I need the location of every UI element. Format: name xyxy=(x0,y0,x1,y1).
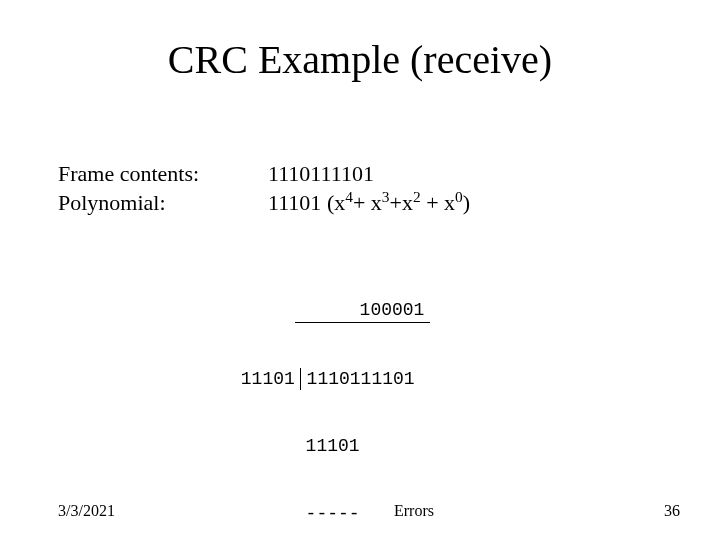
polynomial-exp-3: 3 xyxy=(382,187,390,204)
polynomial-expr-open: (x xyxy=(321,190,345,215)
division-dividend: 1110111101 xyxy=(301,368,414,391)
polynomial-exp-2: 2 xyxy=(413,187,421,204)
polynomial-seg-1: + x xyxy=(353,190,382,215)
frame-contents-label: Frame contents: xyxy=(58,160,268,189)
footer-page-number: 36 xyxy=(620,502,680,520)
division-line: 111011110111101 xyxy=(230,368,430,391)
polynomial-expr-close: ) xyxy=(463,190,470,215)
division-divisor: 11101 xyxy=(230,368,301,391)
labels-column: Frame contents: Polynomial: xyxy=(58,160,268,217)
polynomial-exp-4: 4 xyxy=(345,187,353,204)
footer: 3/3/2021 Errors 36 xyxy=(58,502,680,520)
polynomial-seg-3: + x xyxy=(421,190,455,215)
frame-contents-value: 1110111101 xyxy=(268,160,662,189)
long-division: 100001 111011110111101 11101 ----- 11101… xyxy=(230,254,430,540)
polynomial-seg-2: +x xyxy=(390,190,413,215)
body-content: Frame contents: Polynomial: 1110111101 1… xyxy=(58,160,662,217)
polynomial-exp-0: 0 xyxy=(455,187,463,204)
polynomial-bits: 11101 xyxy=(268,190,321,215)
slide-title: CRC Example (receive) xyxy=(0,36,720,83)
footer-topic: Errors xyxy=(208,502,620,520)
division-quotient: 100001 xyxy=(295,299,430,323)
polynomial-label: Polynomial: xyxy=(58,189,268,218)
footer-date: 3/3/2021 xyxy=(58,502,208,520)
values-column: 1110111101 11101 (x4+ x3+x2 + x0) xyxy=(268,160,662,217)
division-step-1: 11101 xyxy=(230,435,430,458)
slide: CRC Example (receive) Frame contents: Po… xyxy=(0,0,720,540)
polynomial-value: 11101 (x4+ x3+x2 + x0) xyxy=(268,189,662,218)
